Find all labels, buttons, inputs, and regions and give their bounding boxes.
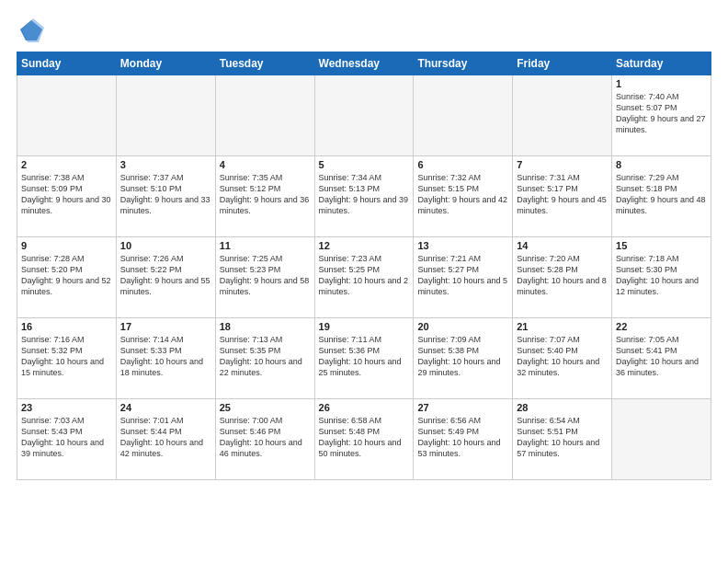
calendar-cell: 26Sunrise: 6:58 AM Sunset: 5:48 PM Dayli…: [314, 399, 414, 480]
calendar-cell: 13Sunrise: 7:21 AM Sunset: 5:27 PM Dayli…: [414, 237, 513, 318]
day-info: Sunrise: 7:16 AM Sunset: 5:32 PM Dayligh…: [21, 334, 112, 379]
day-number: 28: [517, 402, 608, 413]
day-info: Sunrise: 7:29 AM Sunset: 5:18 PM Dayligh…: [616, 172, 707, 217]
calendar-cell: [414, 75, 513, 156]
calendar-cell: 5Sunrise: 7:34 AM Sunset: 5:13 PM Daylig…: [314, 156, 414, 237]
calendar-cell: 7Sunrise: 7:31 AM Sunset: 5:17 PM Daylig…: [513, 156, 612, 237]
day-number: 19: [319, 321, 410, 332]
day-info: Sunrise: 6:56 AM Sunset: 5:49 PM Dayligh…: [417, 415, 508, 460]
day-info: Sunrise: 7:13 AM Sunset: 5:35 PM Dayligh…: [220, 334, 311, 379]
calendar-cell: 11Sunrise: 7:25 AM Sunset: 5:23 PM Dayli…: [215, 237, 314, 318]
day-number: 5: [319, 159, 410, 170]
calendar-cell: 6Sunrise: 7:32 AM Sunset: 5:15 PM Daylig…: [414, 156, 513, 237]
day-info: Sunrise: 7:25 AM Sunset: 5:23 PM Dayligh…: [220, 253, 311, 298]
calendar-cell: [513, 75, 612, 156]
day-number: 23: [21, 402, 112, 413]
day-number: 16: [21, 321, 112, 332]
day-number: 26: [319, 402, 410, 413]
day-number: 3: [120, 159, 211, 170]
day-header-saturday: Saturday: [612, 52, 711, 75]
day-number: 14: [517, 240, 608, 251]
calendar-cell: 27Sunrise: 6:56 AM Sunset: 5:49 PM Dayli…: [414, 399, 513, 480]
calendar-cell: 22Sunrise: 7:05 AM Sunset: 5:41 PM Dayli…: [612, 318, 711, 399]
calendar-cell: [215, 75, 314, 156]
calendar-week-4: 16Sunrise: 7:16 AM Sunset: 5:32 PM Dayli…: [17, 318, 711, 399]
calendar-cell: 8Sunrise: 7:29 AM Sunset: 5:18 PM Daylig…: [612, 156, 711, 237]
calendar-cell: 20Sunrise: 7:09 AM Sunset: 5:38 PM Dayli…: [414, 318, 513, 399]
logo: [17, 17, 44, 42]
header: [17, 17, 711, 42]
day-number: 22: [616, 321, 707, 332]
calendar-week-1: 1Sunrise: 7:40 AM Sunset: 5:07 PM Daylig…: [17, 75, 711, 156]
calendar-cell: 18Sunrise: 7:13 AM Sunset: 5:35 PM Dayli…: [215, 318, 314, 399]
day-number: 2: [21, 159, 112, 170]
day-info: Sunrise: 7:00 AM Sunset: 5:46 PM Dayligh…: [220, 415, 311, 460]
day-info: Sunrise: 7:14 AM Sunset: 5:33 PM Dayligh…: [120, 334, 211, 379]
calendar-cell: 23Sunrise: 7:03 AM Sunset: 5:43 PM Dayli…: [17, 399, 117, 480]
day-number: 10: [120, 240, 211, 251]
day-header-friday: Friday: [513, 52, 612, 75]
day-info: Sunrise: 7:09 AM Sunset: 5:38 PM Dayligh…: [417, 334, 508, 379]
calendar-cell: 25Sunrise: 7:00 AM Sunset: 5:46 PM Dayli…: [215, 399, 314, 480]
day-info: Sunrise: 7:34 AM Sunset: 5:13 PM Dayligh…: [319, 172, 410, 217]
calendar-header-row: SundayMondayTuesdayWednesdayThursdayFrid…: [17, 52, 711, 75]
calendar-week-3: 9Sunrise: 7:28 AM Sunset: 5:20 PM Daylig…: [17, 237, 711, 318]
logo-icon: [18, 17, 44, 42]
day-header-monday: Monday: [116, 52, 215, 75]
day-number: 7: [517, 159, 608, 170]
calendar-cell: 15Sunrise: 7:18 AM Sunset: 5:30 PM Dayli…: [612, 237, 711, 318]
day-info: Sunrise: 7:03 AM Sunset: 5:43 PM Dayligh…: [21, 415, 112, 460]
calendar-cell: [314, 75, 414, 156]
calendar-cell: 14Sunrise: 7:20 AM Sunset: 5:28 PM Dayli…: [513, 237, 612, 318]
day-number: 20: [417, 321, 508, 332]
day-number: 21: [517, 321, 608, 332]
day-header-tuesday: Tuesday: [215, 52, 314, 75]
day-info: Sunrise: 7:23 AM Sunset: 5:25 PM Dayligh…: [319, 253, 410, 298]
calendar-cell: 21Sunrise: 7:07 AM Sunset: 5:40 PM Dayli…: [513, 318, 612, 399]
calendar-cell: 10Sunrise: 7:26 AM Sunset: 5:22 PM Dayli…: [116, 237, 215, 318]
page: SundayMondayTuesdayWednesdayThursdayFrid…: [0, 0, 728, 489]
calendar-cell: [17, 75, 117, 156]
calendar-cell: 16Sunrise: 7:16 AM Sunset: 5:32 PM Dayli…: [17, 318, 117, 399]
calendar-cell: 17Sunrise: 7:14 AM Sunset: 5:33 PM Dayli…: [116, 318, 215, 399]
day-info: Sunrise: 7:31 AM Sunset: 5:17 PM Dayligh…: [517, 172, 608, 217]
day-number: 15: [616, 240, 707, 251]
calendar-cell: 12Sunrise: 7:23 AM Sunset: 5:25 PM Dayli…: [314, 237, 414, 318]
calendar-cell: 2Sunrise: 7:38 AM Sunset: 5:09 PM Daylig…: [17, 156, 117, 237]
calendar: SundayMondayTuesdayWednesdayThursdayFrid…: [17, 52, 711, 480]
day-info: Sunrise: 7:28 AM Sunset: 5:20 PM Dayligh…: [21, 253, 112, 298]
day-number: 27: [417, 402, 508, 413]
day-info: Sunrise: 6:58 AM Sunset: 5:48 PM Dayligh…: [319, 415, 410, 460]
calendar-cell: [612, 399, 711, 480]
day-info: Sunrise: 7:05 AM Sunset: 5:41 PM Dayligh…: [616, 334, 707, 379]
calendar-cell: 1Sunrise: 7:40 AM Sunset: 5:07 PM Daylig…: [612, 75, 711, 156]
day-number: 11: [220, 240, 311, 251]
calendar-cell: 4Sunrise: 7:35 AM Sunset: 5:12 PM Daylig…: [215, 156, 314, 237]
calendar-cell: 19Sunrise: 7:11 AM Sunset: 5:36 PM Dayli…: [314, 318, 414, 399]
calendar-cell: 24Sunrise: 7:01 AM Sunset: 5:44 PM Dayli…: [116, 399, 215, 480]
day-info: Sunrise: 7:21 AM Sunset: 5:27 PM Dayligh…: [417, 253, 508, 298]
day-info: Sunrise: 7:26 AM Sunset: 5:22 PM Dayligh…: [120, 253, 211, 298]
day-info: Sunrise: 7:07 AM Sunset: 5:40 PM Dayligh…: [517, 334, 608, 379]
day-header-sunday: Sunday: [17, 52, 117, 75]
calendar-week-5: 23Sunrise: 7:03 AM Sunset: 5:43 PM Dayli…: [17, 399, 711, 480]
day-info: Sunrise: 7:35 AM Sunset: 5:12 PM Dayligh…: [220, 172, 311, 217]
calendar-cell: [116, 75, 215, 156]
day-info: Sunrise: 7:40 AM Sunset: 5:07 PM Dayligh…: [616, 91, 707, 136]
day-number: 12: [319, 240, 410, 251]
day-number: 18: [220, 321, 311, 332]
day-info: Sunrise: 7:11 AM Sunset: 5:36 PM Dayligh…: [319, 334, 410, 379]
day-info: Sunrise: 7:38 AM Sunset: 5:09 PM Dayligh…: [21, 172, 112, 217]
calendar-cell: 3Sunrise: 7:37 AM Sunset: 5:10 PM Daylig…: [116, 156, 215, 237]
calendar-cell: 9Sunrise: 7:28 AM Sunset: 5:20 PM Daylig…: [17, 237, 117, 318]
day-number: 25: [220, 402, 311, 413]
day-number: 4: [220, 159, 311, 170]
day-number: 1: [616, 78, 707, 89]
calendar-cell: 28Sunrise: 6:54 AM Sunset: 5:51 PM Dayli…: [513, 399, 612, 480]
day-info: Sunrise: 7:01 AM Sunset: 5:44 PM Dayligh…: [120, 415, 211, 460]
day-header-wednesday: Wednesday: [314, 52, 414, 75]
day-number: 17: [120, 321, 211, 332]
day-info: Sunrise: 7:18 AM Sunset: 5:30 PM Dayligh…: [616, 253, 707, 298]
calendar-week-2: 2Sunrise: 7:38 AM Sunset: 5:09 PM Daylig…: [17, 156, 711, 237]
day-info: Sunrise: 7:20 AM Sunset: 5:28 PM Dayligh…: [517, 253, 608, 298]
